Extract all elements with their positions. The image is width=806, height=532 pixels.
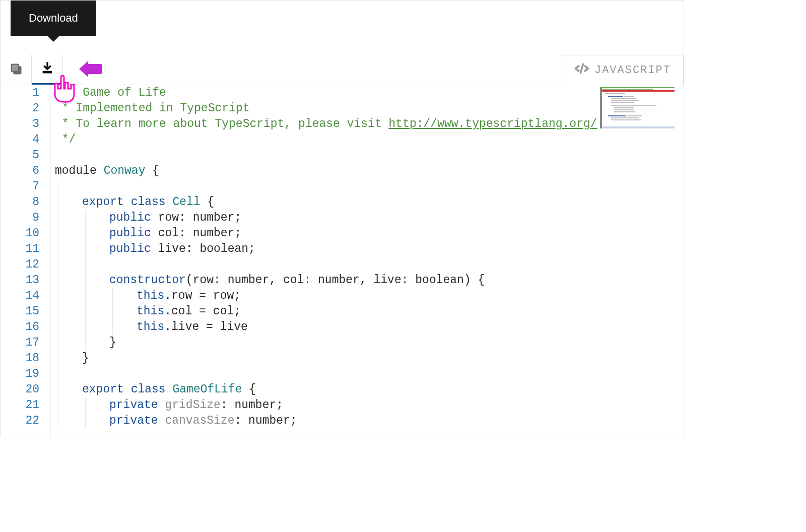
tooltip-text: Download xyxy=(29,12,78,24)
copy-button[interactable] xyxy=(1,55,32,85)
line-number: 3 xyxy=(1,116,39,132)
line-number: 9 xyxy=(1,210,39,226)
line-number: 16 xyxy=(1,319,39,335)
line-number: 11 xyxy=(1,241,39,257)
code-line xyxy=(55,179,684,194)
code-line: public live: boolean; xyxy=(55,241,684,257)
line-number: 18 xyxy=(1,351,39,366)
code-icon xyxy=(574,61,589,80)
tab-bar: JAVASCRIPT xyxy=(562,55,684,85)
line-number: 4 xyxy=(1,132,39,148)
editor[interactable]: 12345678910111213141516171819202122 /** … xyxy=(1,85,684,437)
line-number: 22 xyxy=(1,413,39,429)
code-line: this.col = col; xyxy=(55,304,684,319)
download-icon xyxy=(40,61,54,77)
code-line: * Implemented in TypeScript xyxy=(55,101,684,116)
line-number: 7 xyxy=(1,179,39,194)
code-line: public row: number; xyxy=(55,210,684,226)
line-number: 13 xyxy=(1,273,39,288)
code-line: private canvasSize: number; xyxy=(55,413,684,429)
tab-javascript[interactable]: JAVASCRIPT xyxy=(562,55,684,85)
line-number: 15 xyxy=(1,304,39,319)
svg-rect-1 xyxy=(11,64,18,71)
code-line: this.row = row; xyxy=(55,288,684,304)
download-tooltip: Download xyxy=(11,1,96,36)
tab-label: JAVASCRIPT xyxy=(594,64,671,77)
line-number: 1 xyxy=(1,85,39,101)
code-line: */ xyxy=(55,132,684,148)
code-line: constructor(row: number, col: number, li… xyxy=(55,273,684,288)
line-number: 2 xyxy=(1,101,39,116)
line-number: 8 xyxy=(1,194,39,210)
code-line: } xyxy=(55,351,684,366)
line-number-gutter: 12345678910111213141516171819202122 xyxy=(1,85,51,437)
copy-icon xyxy=(9,62,23,78)
line-number: 19 xyxy=(1,366,39,382)
svg-rect-2 xyxy=(42,71,52,74)
code-line: } xyxy=(55,335,684,351)
line-number: 14 xyxy=(1,288,39,304)
code-line: private gridSize: number; xyxy=(55,397,684,413)
line-number: 17 xyxy=(1,335,39,351)
line-number: 5 xyxy=(1,148,39,163)
code-line: export class GameOfLife { xyxy=(55,382,684,397)
code-line: module Conway { xyxy=(55,163,684,179)
annotation-arrow-icon xyxy=(79,60,102,78)
code-area[interactable]: /** Game of Life * Implemented in TypeSc… xyxy=(51,85,684,437)
download-button[interactable] xyxy=(32,55,63,85)
code-line xyxy=(55,148,684,163)
code-line: this.live = live xyxy=(55,319,684,335)
code-editor-panel: Download xyxy=(0,0,684,437)
svg-line-3 xyxy=(580,64,583,73)
minimap[interactable] xyxy=(600,87,675,128)
line-number: 6 xyxy=(1,163,39,179)
code-line: export class Cell { xyxy=(55,194,684,210)
code-line xyxy=(55,257,684,273)
code-line: * To learn more about TypeScript, please… xyxy=(55,116,684,132)
line-number: 12 xyxy=(1,257,39,273)
line-number: 10 xyxy=(1,226,39,241)
code-line: /** Game of Life xyxy=(55,85,684,101)
line-number: 21 xyxy=(1,397,39,413)
code-line xyxy=(55,366,684,382)
line-number: 20 xyxy=(1,382,39,397)
code-line: public col: number; xyxy=(55,226,684,241)
